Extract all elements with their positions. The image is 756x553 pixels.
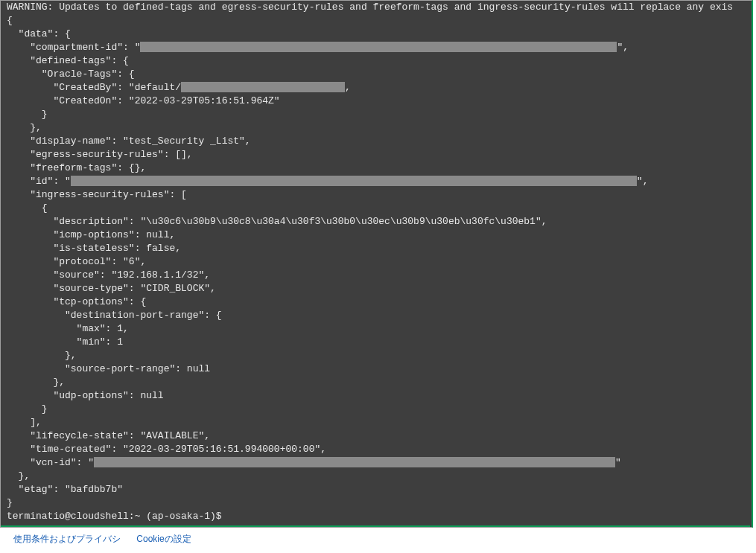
cookie-settings-link[interactable]: Cookieの設定: [136, 534, 191, 544]
terminal-viewport[interactable]: WARNING: Updates to defined-tags and egr…: [1, 1, 750, 527]
redacted-value: [71, 176, 637, 186]
terminal-bottom-accent: [1, 525, 750, 527]
warning-line: WARNING: Updates to defined-tags and egr…: [7, 1, 747, 14]
redacted-value: [94, 457, 615, 467]
footer-bar: 使用条件およびプライバシ Cookieの設定: [0, 528, 755, 550]
redacted-value: [140, 42, 617, 52]
shell-prompt[interactable]: terminatio@cloudshell:~ (ap-osaka-1)$: [7, 510, 747, 523]
terminal-window[interactable]: WARNING: Updates to defined-tags and egr…: [0, 0, 753, 528]
redacted-value: [181, 82, 345, 92]
json-output: { "data": { "compartment-id": "", "defin…: [7, 14, 747, 510]
terms-link[interactable]: 使用条件およびプライバシ: [13, 534, 121, 544]
prompt-text: terminatio@cloudshell:~ (ap-osaka-1)$: [7, 511, 222, 522]
